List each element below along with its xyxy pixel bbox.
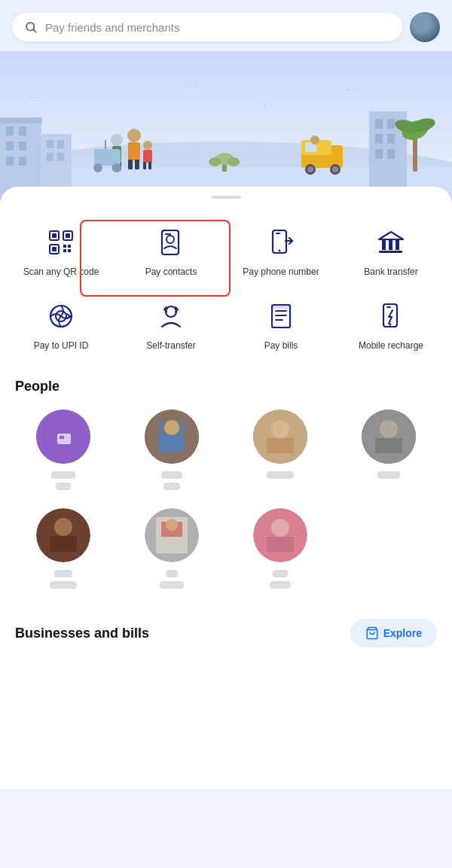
svg-rect-95 <box>386 306 391 308</box>
svg-point-23 <box>127 129 141 142</box>
people-section-header: People <box>0 367 452 404</box>
avatar[interactable] <box>410 12 440 42</box>
search-bar[interactable]: Pay friends and merchants <box>12 13 402 41</box>
svg-rect-108 <box>375 438 402 453</box>
person-name-blur2 <box>56 483 71 490</box>
svg-text:- -: - - <box>264 99 272 110</box>
people-grid-row2 <box>0 499 452 598</box>
person-item-empty <box>334 502 443 598</box>
svg-rect-98 <box>60 436 64 439</box>
action-pay-upi-label: Pay to UPI ID <box>34 340 89 352</box>
person-name-blur <box>267 471 294 479</box>
person-avatar <box>253 410 307 464</box>
svg-rect-31 <box>94 149 121 166</box>
svg-point-46 <box>310 136 319 145</box>
person-item[interactable] <box>226 404 334 499</box>
person-item[interactable] <box>334 404 443 499</box>
svg-line-1 <box>33 29 35 32</box>
person-item[interactable] <box>118 404 226 499</box>
drag-handle <box>211 196 241 199</box>
action-bank-transfer[interactable]: Bank transfer <box>336 214 446 288</box>
person-name-blur <box>166 570 178 577</box>
hero-illustration: - - - - - - - - <box>0 51 452 202</box>
person-name-blur2 <box>160 581 184 589</box>
bank-transfer-icon <box>371 223 411 262</box>
person-name-blur2 <box>163 483 180 490</box>
action-mobile-recharge-label: Mobile recharge <box>359 340 423 352</box>
person-name-blur <box>273 570 288 577</box>
header: Pay friends and merchants <box>0 0 452 51</box>
svg-rect-29 <box>143 162 146 169</box>
svg-rect-53 <box>387 149 395 159</box>
svg-rect-83 <box>379 251 402 253</box>
action-self-transfer[interactable]: Self-transfer <box>116 288 226 361</box>
pay-contacts-icon <box>151 223 191 262</box>
action-mobile-recharge[interactable]: Mobile recharge <box>336 288 446 361</box>
svg-rect-49 <box>387 119 395 129</box>
businesses-section: Businesses and bills Explore <box>0 604 452 659</box>
action-scan-qr-label: Scan any QR code <box>23 266 99 279</box>
svg-point-107 <box>380 420 398 438</box>
pay-bills-icon <box>261 297 301 336</box>
svg-rect-92 <box>273 305 289 309</box>
svg-point-87 <box>166 306 176 317</box>
svg-point-19 <box>111 134 123 146</box>
svg-rect-16 <box>57 140 64 148</box>
person-avatar <box>36 508 90 562</box>
person-avatar <box>253 508 307 562</box>
svg-rect-105 <box>267 438 294 453</box>
svg-rect-48 <box>375 119 383 129</box>
person-item[interactable] <box>118 502 226 598</box>
svg-rect-13 <box>0 117 42 123</box>
svg-rect-8 <box>19 126 26 136</box>
action-pay-phone[interactable]: Pay phone number <box>226 214 336 288</box>
actions-grid: Scan any QR code Pay contacts <box>0 214 452 367</box>
svg-rect-69 <box>68 245 71 248</box>
action-pay-bills-label: Pay bills <box>264 340 298 352</box>
action-pay-phone-label: Pay phone number <box>243 266 319 279</box>
svg-rect-52 <box>375 149 383 159</box>
people-section-title: People <box>15 379 60 394</box>
svg-point-73 <box>166 236 174 243</box>
svg-rect-10 <box>19 142 26 151</box>
person-item[interactable] <box>9 404 118 499</box>
svg-rect-80 <box>382 239 386 250</box>
actions-section: Scan any QR code Pay contacts <box>0 214 452 367</box>
person-item[interactable] <box>226 502 334 598</box>
action-pay-upi[interactable]: Pay to UPI ID <box>6 288 116 361</box>
search-placeholder-text: Pay friends and merchants <box>45 21 179 34</box>
svg-point-38 <box>228 157 240 166</box>
svg-point-43 <box>307 166 313 172</box>
svg-rect-17 <box>47 153 53 161</box>
scan-qr-icon <box>41 223 81 262</box>
svg-rect-26 <box>135 160 139 169</box>
svg-text:- -: - - <box>188 81 197 91</box>
svg-point-117 <box>271 519 289 537</box>
svg-rect-11 <box>6 157 14 166</box>
svg-rect-102 <box>160 435 184 452</box>
svg-rect-9 <box>6 142 14 151</box>
explore-button[interactable]: Explore <box>350 619 437 647</box>
hero-banner: - - - - - - - - <box>0 51 452 202</box>
mobile-recharge-icon <box>371 297 411 336</box>
people-grid <box>0 404 452 499</box>
svg-rect-77 <box>276 233 280 234</box>
action-pay-bills[interactable]: Pay bills <box>226 288 336 361</box>
person-name-blur <box>51 471 75 479</box>
person-avatar <box>362 410 416 464</box>
action-scan-qr[interactable]: Scan any QR code <box>6 214 116 288</box>
action-pay-contacts[interactable]: Pay contacts <box>116 214 226 288</box>
svg-point-104 <box>271 420 289 438</box>
explore-label: Explore <box>383 627 422 639</box>
person-name-blur <box>377 471 400 479</box>
shopping-bag-icon <box>365 626 379 640</box>
person-item[interactable] <box>9 502 118 598</box>
svg-text:- -: - - <box>347 84 355 95</box>
svg-rect-24 <box>128 142 140 160</box>
svg-point-32 <box>93 163 102 172</box>
svg-rect-68 <box>63 245 66 248</box>
svg-rect-65 <box>66 233 70 238</box>
svg-point-27 <box>143 141 152 150</box>
main-card: Scan any QR code Pay contacts <box>0 187 452 789</box>
svg-rect-25 <box>128 160 133 169</box>
